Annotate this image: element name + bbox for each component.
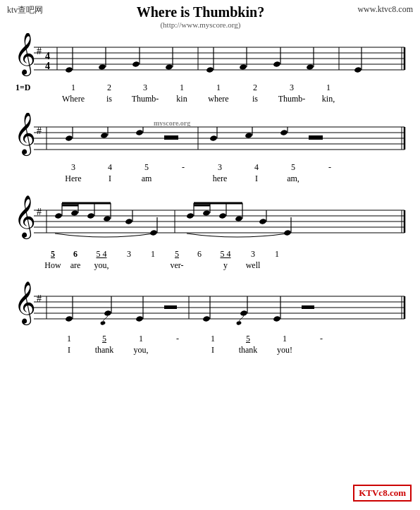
num-3-9: 3 — [241, 249, 265, 260]
lyric-2-8 — [311, 174, 348, 184]
num-1-2: 2 — [92, 83, 127, 93]
svg-point-93 — [283, 229, 291, 236]
numbers-row-4: 1 5 1 - 1 5 1 - — [13, 334, 407, 344]
svg-point-28 — [354, 66, 362, 73]
numbers-row-3: 5 6 5 4 3 1 5 6 5 4 3 1 — [13, 249, 407, 260]
lyric-3-7 — [189, 260, 210, 271]
lyric-2-5: here — [202, 174, 238, 184]
staff-section-4: 𝄞 # — [13, 281, 407, 356]
lyric2-spacer — [16, 174, 55, 184]
svg-point-23 — [273, 61, 280, 67]
lyric-2-2: I — [92, 174, 128, 184]
num-4-8: - — [303, 334, 340, 344]
lyric-1-5: where — [200, 94, 237, 104]
num-3-7: 6 — [189, 249, 210, 260]
page-title: Where is Thumbkin? — [43, 4, 357, 20]
svg-text:#: # — [37, 46, 42, 56]
svg-text:4: 4 — [45, 51, 50, 61]
svg-point-115 — [202, 315, 210, 322]
num-3-5: 1 — [141, 249, 165, 260]
num-4-3: 1 — [123, 334, 159, 344]
site-right: www.ktvc8.com — [357, 4, 413, 15]
num3-spacer — [16, 249, 41, 260]
svg-point-85 — [218, 212, 226, 219]
svg-point-109 — [100, 321, 106, 326]
svg-point-76 — [125, 218, 132, 224]
lyric-4-5: I — [196, 345, 230, 356]
watermark-ktv: KTVc8.com — [353, 485, 412, 502]
lyric-4-4 — [159, 345, 196, 356]
svg-point-111 — [135, 315, 143, 322]
lyrics-row-1: Where is Thumb- kin where is Thumb- kin, — [13, 93, 407, 104]
lyric-1-6: is — [237, 94, 273, 104]
site-left: ktv查吧网 — [7, 4, 43, 16]
page-container: ktv查吧网 Where is Thumbkin? (http://www.my… — [0, 0, 420, 510]
num-4-6: 5 — [230, 334, 266, 344]
svg-text:𝄞: 𝄞 — [14, 33, 36, 77]
num-1-7: 3 — [273, 83, 310, 93]
num-4-2: 5 — [86, 334, 123, 344]
lyric-4-7: you! — [266, 345, 303, 356]
lyric-4-6: thank — [230, 345, 266, 356]
svg-point-42 — [100, 132, 108, 138]
svg-point-78 — [149, 229, 157, 236]
lyric-4-3: you, — [123, 345, 159, 356]
svg-rect-54 — [309, 135, 323, 140]
svg-point-105 — [65, 315, 73, 322]
num-4-4: - — [159, 334, 196, 344]
lyric-spacer — [16, 94, 55, 104]
svg-rect-113 — [164, 305, 177, 309]
lyric-4-1: I — [52, 345, 86, 356]
svg-point-87 — [235, 215, 242, 221]
lyric-3-5 — [141, 260, 165, 271]
svg-point-121 — [273, 315, 280, 322]
num-2-7: 5 — [275, 162, 311, 173]
numbers-row-1: 1=D 1 2 3 1 1 2 3 1 — [13, 83, 407, 93]
staff-svg-4: 𝄞 # — [13, 281, 407, 334]
svg-point-10 — [65, 66, 73, 73]
lyrics-row-3: How are you, ver- y well — [13, 260, 407, 271]
svg-rect-123 — [302, 305, 314, 309]
num2-spacer — [16, 162, 55, 173]
svg-point-107 — [104, 310, 111, 316]
lyric-4-2: thank — [86, 345, 123, 356]
lyric-2-6: I — [238, 174, 275, 184]
svg-point-12 — [98, 63, 106, 70]
lyric-1-2: is — [92, 94, 127, 104]
staff-section-1: 𝄞 # 4 4 — [13, 33, 407, 104]
lyric-2-3: am — [128, 174, 165, 184]
header-title-block: Where is Thumbkin? (http://www.myscore.o… — [43, 4, 357, 29]
lyric-2-7: am, — [275, 174, 311, 184]
num-2-4: - — [165, 162, 202, 173]
lyric-3-1: How — [41, 260, 65, 271]
num-key: 1=D — [16, 83, 55, 93]
lyric-1-1: Where — [55, 94, 92, 104]
lyric3-spacer — [16, 260, 41, 271]
lyric-3-6: ver- — [165, 260, 189, 271]
num-2-2: 4 — [92, 162, 128, 173]
num-4-1: 1 — [52, 334, 86, 344]
lyric-3-3: you, — [86, 260, 117, 271]
svg-text:myscore.org: myscore.org — [154, 119, 190, 127]
num-3-8: 5 4 — [210, 249, 241, 260]
num-1-1: 1 — [55, 83, 92, 93]
num-2-6: 4 — [238, 162, 275, 173]
lyric-2-4 — [165, 174, 202, 184]
lyric-3-4 — [117, 260, 141, 271]
svg-point-83 — [202, 210, 210, 216]
num-3-4: 3 — [117, 249, 141, 260]
num-1-3: 3 — [127, 83, 163, 93]
num-2-5: 3 — [202, 162, 238, 173]
lyric-1-3: Thumb- — [127, 94, 163, 104]
num-3-3: 5 4 — [86, 249, 117, 260]
svg-point-21 — [239, 63, 247, 70]
lyric-1-8: kin, — [310, 94, 347, 104]
lyric-2-1: Here — [55, 174, 92, 184]
svg-point-117 — [240, 310, 247, 316]
svg-point-44 — [135, 129, 143, 135]
svg-rect-46 — [164, 135, 178, 140]
staff-svg-1: 𝄞 # 4 4 — [13, 33, 407, 83]
svg-point-25 — [306, 63, 314, 70]
num-4-7: 1 — [266, 334, 303, 344]
svg-text:#: # — [37, 126, 42, 136]
